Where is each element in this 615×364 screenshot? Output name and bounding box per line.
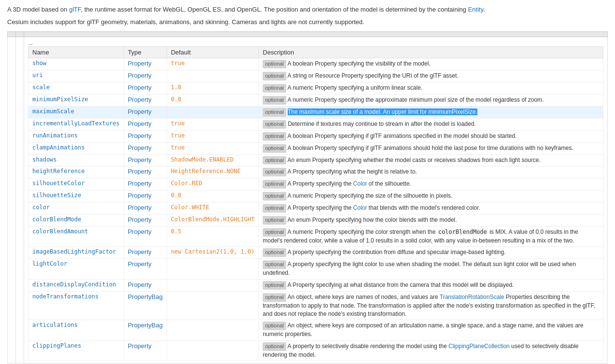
prop-type-link[interactable]: Property (128, 192, 152, 199)
prop-type: Property (124, 106, 167, 118)
prop-type-link[interactable]: Property (128, 248, 152, 256)
prop-name: uri (28, 70, 124, 82)
glTF-link[interactable]: glTF (69, 6, 81, 13)
list-item: runAnimationsPropertytrueoptional A bool… (28, 130, 603, 142)
prop-name-link[interactable]: minimumPixelSize (32, 96, 88, 103)
list-item: scaleProperty1.0optional A numeric Prope… (28, 82, 603, 94)
prop-name-link[interactable]: shadows (32, 156, 57, 163)
prop-name-link[interactable]: scale (32, 84, 50, 91)
optional-badge: optional (263, 144, 286, 153)
prop-name: shadows (28, 154, 124, 166)
prop-type-link[interactable]: Property (128, 156, 152, 163)
main-header-desc (24, 32, 608, 37)
main-header-type (16, 32, 24, 37)
prop-type-link[interactable]: Property (128, 72, 152, 79)
optional-badge: optional (263, 84, 286, 93)
prop-name-link[interactable]: show (32, 60, 46, 67)
prop-default: 0.0 (167, 190, 258, 202)
entity-link[interactable]: Entity (468, 6, 483, 13)
prop-name: nodeTransformations (28, 291, 124, 320)
desc-link[interactable]: TranslationRotationScale (440, 294, 504, 300)
prop-desc: optional A boolean Property specifying i… (259, 130, 603, 142)
prop-type: Property (124, 94, 167, 106)
prop-desc: optional A boolean Property specifying t… (259, 58, 603, 70)
prop-type-link[interactable]: Property (128, 180, 152, 187)
prop-name-link[interactable]: colorBlendMode (32, 216, 81, 223)
prop-desc: optional A property specifying the contr… (259, 247, 603, 259)
prop-desc: optional Determine if textures may conti… (259, 118, 603, 130)
inner-header-name: Name (28, 47, 124, 58)
prop-name: color (28, 202, 124, 215)
prop-name-link[interactable]: colorBlendAmount (32, 228, 88, 235)
prop-name: articulations (28, 320, 124, 340)
prop-name-link[interactable]: incrementallyLoadTextures (32, 120, 120, 127)
desc-code: colorBlendMode (437, 229, 488, 235)
prop-name-link[interactable]: color (32, 204, 50, 211)
prop-type-link[interactable]: Property (128, 281, 152, 288)
prop-name-link[interactable]: clippingPlanes (32, 342, 81, 349)
prop-type-link[interactable]: Property (128, 132, 152, 139)
prop-name-link[interactable]: heightReference (32, 168, 84, 175)
list-item: colorPropertyColor.WHITEoptional A Prope… (28, 202, 603, 215)
prop-type-link[interactable]: Property (128, 228, 152, 235)
optional-badge (28, 44, 33, 45)
prop-type-link[interactable]: Property (128, 342, 152, 350)
prop-type-link[interactable]: Property (128, 260, 152, 268)
optional-badge: optional (263, 108, 286, 117)
prop-default: 0.0 (167, 94, 258, 106)
list-item: clippingPlanesPropertyoptional A propert… (28, 340, 603, 361)
prop-type-link[interactable]: Property (128, 204, 152, 211)
prop-name-link[interactable]: maximumScale (32, 108, 74, 115)
prop-default: ColorBlendMode.HIGHLIGHT (167, 215, 258, 227)
prop-name-link[interactable]: distanceDisplayCondition (32, 281, 116, 288)
prop-name-link[interactable]: silhouetteColor (32, 180, 84, 187)
prop-type-link[interactable]: Property (128, 120, 152, 127)
prop-type: Property (124, 166, 167, 178)
prop-type-link[interactable]: Property (128, 108, 152, 115)
main-table: Name Type Default Description showProper… (7, 31, 608, 364)
prop-default (167, 291, 258, 320)
prop-type-link[interactable]: Property (128, 96, 152, 103)
prop-type-link[interactable]: Property (128, 84, 152, 91)
prop-type-link[interactable]: Property (128, 216, 152, 223)
inner-table: Name Type Default Description showProper… (28, 46, 603, 361)
prop-name-link[interactable]: imageBasedLightingFactor (32, 248, 116, 255)
prop-type: Property (124, 215, 167, 227)
prop-default: Color.RED (167, 178, 258, 190)
prop-name-link[interactable]: articulations (32, 322, 78, 328)
prop-name-link[interactable]: silhouetteSize (32, 192, 81, 199)
inner-table-wrapper: Name Type Default Description showProper… (28, 46, 603, 361)
prop-type-link[interactable]: Property (128, 60, 152, 67)
prop-type-link[interactable]: PropertyBag (128, 322, 163, 329)
prop-type-link[interactable]: Property (128, 168, 152, 175)
prop-name-link[interactable]: nodeTransformations (32, 293, 98, 300)
prop-type: Property (124, 154, 167, 166)
prop-name-link[interactable]: clampAnimations (32, 144, 84, 151)
list-item: distanceDisplayConditionPropertyoptional… (28, 279, 603, 291)
prop-desc: optional An enum Property specifying how… (259, 215, 603, 227)
desc-link[interactable]: Color (353, 204, 367, 211)
list-item: heightReferencePropertyHeightReference.N… (28, 166, 603, 178)
prop-type: Property (124, 82, 167, 94)
prop-name-link[interactable]: uri (32, 72, 43, 79)
prop-type-link[interactable]: Property (128, 144, 152, 151)
optional-badge: optional (263, 132, 286, 141)
prop-desc: optional An object, where keys are names… (259, 291, 603, 320)
optional-badge: optional (263, 96, 286, 105)
desc-link[interactable]: Color (353, 180, 367, 187)
optional-badge: optional (263, 168, 286, 176)
inner-header-type: Type (124, 47, 167, 58)
list-item: lightColorPropertyoptional A property sp… (28, 259, 603, 279)
list-item: showPropertytrueoptional A boolean Prope… (28, 58, 603, 70)
intro-line1: A 3D model based on glTF, the runtime as… (7, 5, 608, 14)
prop-name-link[interactable]: lightColor (32, 260, 67, 267)
list-item: silhouetteSizeProperty0.0optional A nume… (28, 190, 603, 202)
prop-default (167, 106, 258, 118)
prop-name-link[interactable]: runAnimations (32, 132, 78, 139)
prop-type: Property (124, 58, 167, 70)
intro-section: A 3D model based on glTF, the runtime as… (7, 5, 608, 27)
prop-type: PropertyBag (124, 291, 167, 320)
desc-link[interactable]: ClippingPlaneCollection (448, 343, 510, 350)
prop-default: 1.0 (167, 82, 258, 94)
prop-type-link[interactable]: PropertyBag (128, 293, 163, 300)
